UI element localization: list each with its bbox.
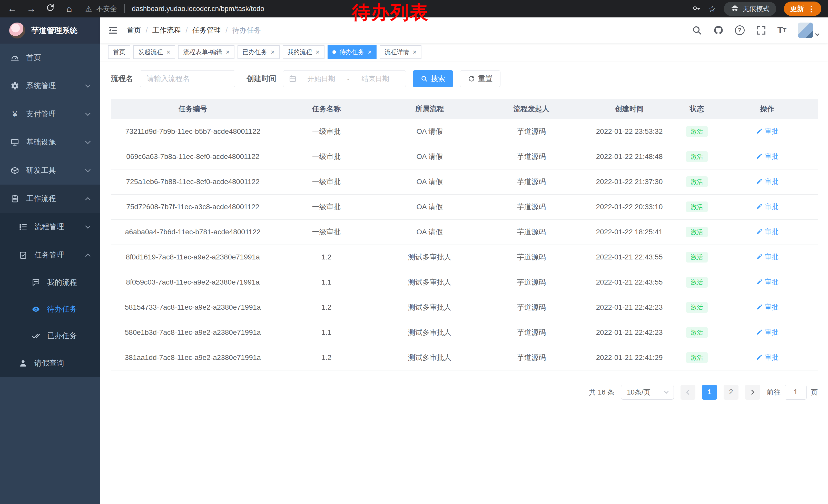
sidebar-item-payment[interactable]: ¥ 支付管理 [0, 100, 100, 128]
reset-button[interactable]: 重置 [460, 70, 500, 87]
tab-home[interactable]: 首页 [108, 45, 130, 59]
sidebar-item-leave-query[interactable]: 请假查询 [0, 349, 100, 377]
col-action: 操作 [717, 99, 818, 119]
sidebar-item-home[interactable]: 首页 [0, 44, 100, 72]
approve-link[interactable]: 审批 [756, 277, 779, 287]
cell-action: 审批 [717, 119, 818, 144]
user-menu[interactable] [798, 22, 819, 38]
pen-icon [756, 354, 762, 361]
col-task-name: 任务名称 [275, 99, 378, 119]
prev-page-button[interactable] [680, 385, 695, 400]
sidebar-item-process-mgmt[interactable]: 流程管理 [0, 213, 100, 241]
table-header-row: 任务编号 任务名称 所属流程 流程发起人 创建时间 状态 操作 [111, 99, 818, 119]
github-icon[interactable] [713, 25, 723, 35]
page-size-select[interactable]: 10条/页 [621, 385, 674, 400]
sidebar: 芋道管理系统 首页 系统管理 ¥ 支付管理 [0, 17, 100, 504]
sidebar-item-workflow[interactable]: 工作流程 [0, 185, 100, 213]
pen-icon [756, 178, 762, 185]
close-icon[interactable]: × [316, 49, 320, 55]
update-button[interactable]: 更新 ⋮ [784, 2, 821, 16]
avatar[interactable] [798, 22, 813, 38]
sidebar-item-infra[interactable]: 基础设施 [0, 128, 100, 156]
status-badge: 激活 [686, 302, 708, 313]
approve-link[interactable]: 审批 [756, 202, 779, 211]
sidebar-collapse-icon[interactable] [100, 17, 126, 43]
fullscreen-icon[interactable] [756, 25, 766, 35]
tab-process-detail[interactable]: 流程详情 × [380, 45, 421, 59]
sidebar-item-todo-task[interactable]: 待办任务 [0, 296, 100, 322]
page-button-2[interactable]: 2 [723, 385, 739, 400]
sidebar-item-my-process[interactable]: 我的流程 [0, 269, 100, 296]
tab-todo-task[interactable]: 待办任务 × [328, 45, 377, 59]
cell-task-id: 8f0d1619-7ac8-11ec-a9e2-a2380e71991a [111, 244, 275, 270]
close-icon[interactable]: × [226, 49, 230, 55]
todo-task-table: 任务编号 任务名称 所属流程 流程发起人 创建时间 状态 操作 73211d9d… [111, 99, 818, 370]
total-count: 共 16 条 [589, 387, 614, 397]
cell-created: 2022-01-21 22:42:23 [581, 295, 677, 320]
tab-form-edit[interactable]: 流程表单-编辑 × [178, 45, 235, 59]
approve-link[interactable]: 审批 [756, 328, 779, 337]
sidebar-item-done-task[interactable]: 已办任务 [0, 322, 100, 349]
approve-link[interactable]: 审批 [756, 152, 779, 161]
double-check-icon [31, 331, 41, 340]
cell-action: 审批 [717, 345, 818, 370]
tab-done-task[interactable]: 已办任务 × [238, 45, 279, 59]
approve-link[interactable]: 审批 [756, 353, 779, 362]
logo-image [9, 22, 25, 39]
sidebar-item-label: 系统管理 [26, 81, 56, 91]
cell-process: 测试多审批人 [378, 345, 481, 370]
search-icon[interactable] [692, 25, 702, 35]
approve-link[interactable]: 审批 [756, 303, 779, 312]
cell-status: 激活 [677, 194, 717, 220]
breadcrumb-task-mgmt[interactable]: 任务管理 [192, 26, 221, 35]
sidebar-item-devtools[interactable]: 研发工具 [0, 156, 100, 185]
breadcrumb-workflow[interactable]: 工作流程 [152, 26, 181, 35]
cell-task-name: 1.2 [275, 345, 378, 370]
pen-icon [756, 203, 762, 210]
app-logo[interactable]: 芋道管理系统 [0, 17, 100, 44]
chevron-down-icon [85, 110, 90, 116]
status-badge: 激活 [686, 252, 708, 263]
close-icon[interactable]: × [166, 49, 170, 55]
cell-created: 2022-01-21 22:43:55 [581, 244, 677, 270]
approve-link[interactable]: 审批 [756, 127, 779, 136]
help-icon[interactable]: ? [735, 26, 745, 35]
col-initiator: 流程发起人 [481, 99, 581, 119]
forward-icon[interactable]: → [26, 3, 37, 14]
approve-link[interactable]: 审批 [756, 252, 779, 262]
back-icon[interactable]: ← [7, 3, 18, 14]
date-range-picker[interactable]: 开始日期 - 结束日期 [283, 70, 406, 87]
update-label: 更新 [790, 4, 804, 13]
approve-link[interactable]: 审批 [756, 177, 779, 186]
close-icon[interactable]: × [271, 49, 275, 55]
browser-menu-dots-icon[interactable]: ⋮ [808, 4, 815, 13]
close-icon[interactable]: × [368, 49, 372, 55]
next-page-button[interactable] [745, 385, 760, 400]
home-icon[interactable]: ⌂ [64, 3, 75, 14]
font-size-icon[interactable]: TT [778, 25, 786, 36]
password-key-icon[interactable] [692, 4, 701, 13]
table-row: 725a1eb6-7b88-11ec-8ef0-acde48001122 一级审… [111, 169, 818, 194]
approve-link[interactable]: 审批 [756, 227, 779, 236]
end-date-placeholder: 结束日期 [350, 74, 401, 83]
tab-start-process[interactable]: 发起流程 × [133, 45, 175, 59]
bookmark-star-icon[interactable]: ☆ [708, 4, 716, 14]
clipboard-icon [10, 194, 19, 203]
tab-my-process[interactable]: 我的流程 × [283, 45, 325, 59]
sidebar-item-label: 工作流程 [26, 193, 56, 204]
status-badge: 激活 [686, 352, 708, 363]
sidebar-item-task-mgmt[interactable]: 任务管理 [0, 241, 100, 269]
search-button[interactable]: 搜索 [413, 70, 453, 87]
process-name-input[interactable] [140, 70, 235, 87]
cell-action: 审批 [717, 144, 818, 169]
refresh-icon[interactable] [45, 3, 56, 14]
cell-created: 2022-01-21 22:42:23 [581, 320, 677, 345]
close-icon[interactable]: × [413, 49, 417, 55]
breadcrumb-home[interactable]: 首页 [127, 26, 141, 35]
cell-status: 激活 [677, 345, 717, 370]
process-name-label: 流程名 [111, 74, 133, 84]
sidebar-item-system[interactable]: 系统管理 [0, 72, 100, 100]
page-button-1[interactable]: 1 [702, 385, 717, 400]
goto-page-input[interactable] [785, 385, 807, 400]
sidebar-item-label: 流程管理 [34, 222, 64, 232]
